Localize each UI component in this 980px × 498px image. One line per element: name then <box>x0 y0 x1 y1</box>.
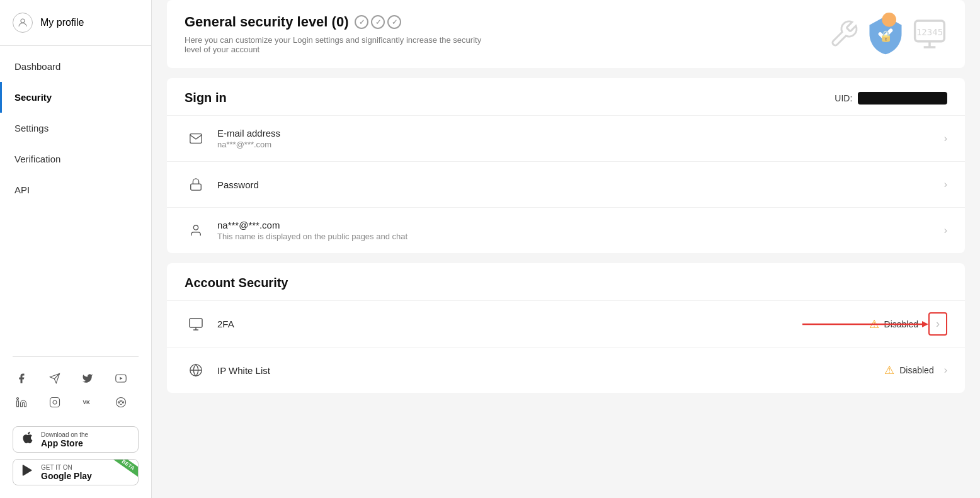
instagram-icon[interactable] <box>46 393 64 411</box>
youtube-icon[interactable] <box>112 370 130 387</box>
main-content: General security level (0) ✓ ✓ ✓ Here yo… <box>152 0 980 498</box>
account-security-title: Account Security <box>167 263 965 301</box>
sidebar-social: VK <box>0 362 151 419</box>
profile-icon <box>13 13 33 33</box>
header-illustration: 🔒 12345 <box>829 13 947 55</box>
sidebar: My profile Dashboard Security Settings V… <box>0 0 152 498</box>
profile-label: My profile <box>40 17 84 28</box>
password-row[interactable]: Password › <box>167 162 965 208</box>
svg-point-5 <box>17 398 19 400</box>
uid-value <box>858 92 947 105</box>
vk-icon[interactable]: VK <box>79 393 96 411</box>
ip-whitelist-title: IP White List <box>217 365 884 376</box>
username-title: na***@***.com <box>217 220 944 230</box>
uid-label: UID: <box>835 93 852 103</box>
email-icon <box>185 127 207 150</box>
check-icon-1: ✓ <box>355 15 368 29</box>
email-chevron: › <box>944 133 947 144</box>
sidebar-item-dashboard[interactable]: Dashboard <box>0 51 151 82</box>
sidebar-profile[interactable]: My profile <box>0 0 151 46</box>
apple-icon <box>21 431 35 448</box>
password-chevron: › <box>944 179 947 190</box>
facebook-icon[interactable] <box>13 370 30 387</box>
uid-container: UID: <box>835 92 947 105</box>
email-row[interactable]: E-mail address na***@***.com › <box>167 116 965 162</box>
sign-in-header: Sign in UID: <box>167 78 965 116</box>
ip-whitelist-content: IP White List <box>217 365 884 376</box>
sign-in-card: Sign in UID: E-mail address na***@***.co… <box>167 78 965 253</box>
linkedin-icon[interactable] <box>13 393 30 411</box>
ip-whitelist-row[interactable]: IP White List ⚠ Disabled › <box>167 348 965 393</box>
check-icon-2: ✓ <box>371 15 385 29</box>
reddit-icon[interactable] <box>112 393 130 411</box>
email-content: E-mail address na***@***.com <box>217 128 944 149</box>
password-content: Password <box>217 179 944 190</box>
username-content: na***@***.com This name is displayed on … <box>217 220 944 241</box>
username-icon <box>185 219 207 242</box>
2fa-row[interactable]: 2FA ⚠ Disabled › <box>167 301 965 348</box>
ip-whitelist-status: Disabled <box>899 365 933 375</box>
password-title: Password <box>217 179 944 190</box>
svg-point-17 <box>193 225 198 230</box>
check-icons: ✓ ✓ ✓ <box>355 15 401 29</box>
svg-point-0 <box>21 19 25 23</box>
svg-point-10 <box>882 13 896 27</box>
username-chevron: › <box>944 225 947 236</box>
2fa-status-container: ⚠ Disabled <box>869 317 918 331</box>
username-row[interactable]: na***@***.com This name is displayed on … <box>167 208 965 253</box>
sidebar-item-security[interactable]: Security <box>0 82 151 113</box>
svg-rect-6 <box>50 398 59 407</box>
svg-text:VK: VK <box>83 400 91 405</box>
header-description: Here you can customize your Login settin… <box>185 35 499 54</box>
telegram-icon[interactable] <box>46 370 64 387</box>
sidebar-item-settings[interactable]: Settings <box>0 113 151 144</box>
ip-whitelist-status-container: ⚠ Disabled <box>884 363 933 377</box>
page-title: General security level (0) ✓ ✓ ✓ <box>185 14 499 30</box>
2fa-title: 2FA <box>217 319 869 329</box>
google-play-badge[interactable]: GET IT ON Google Play BETA <box>13 459 139 485</box>
ip-whitelist-warning-icon: ⚠ <box>884 363 894 377</box>
svg-text:🔒: 🔒 <box>879 30 893 43</box>
sign-in-title: Sign in <box>185 91 227 105</box>
header-left: General security level (0) ✓ ✓ ✓ Here yo… <box>185 14 499 54</box>
username-subtitle: This name is displayed on the public pag… <box>217 232 944 241</box>
2fa-chevron: › <box>936 317 940 331</box>
twitter-icon[interactable] <box>79 370 96 387</box>
ip-whitelist-icon <box>185 359 207 382</box>
svg-point-9 <box>116 398 125 407</box>
app-store-text: Download on the App Store <box>41 431 88 448</box>
2fa-arrow-box[interactable]: › <box>928 312 947 336</box>
2fa-status: Disabled <box>884 319 918 329</box>
account-security-card: Account Security 2FA ⚠ Disabled <box>167 263 965 393</box>
beta-ribbon: BETA <box>110 459 139 479</box>
email-title: E-mail address <box>217 128 944 139</box>
security-header-card: General security level (0) ✓ ✓ ✓ Here yo… <box>167 0 965 68</box>
2fa-content: 2FA <box>217 319 869 329</box>
svg-rect-16 <box>191 184 202 190</box>
sidebar-item-verification[interactable]: Verification <box>0 144 151 174</box>
sidebar-divider <box>13 356 139 357</box>
svg-marker-22 <box>922 321 928 327</box>
svg-rect-18 <box>190 319 202 327</box>
google-play-icon <box>21 463 35 481</box>
app-badges: Download on the App Store GET IT ON Goog… <box>0 419 151 498</box>
sidebar-item-api[interactable]: API <box>0 174 151 205</box>
2fa-warning-icon: ⚠ <box>869 317 879 331</box>
google-play-text: GET IT ON Google Play <box>41 464 92 481</box>
check-icon-3: ✓ <box>387 15 401 29</box>
app-store-badge[interactable]: Download on the App Store <box>13 426 139 453</box>
password-icon <box>185 173 207 196</box>
svg-rect-4 <box>17 401 19 407</box>
email-subtitle: na***@***.com <box>217 140 944 149</box>
svg-marker-3 <box>120 377 122 380</box>
2fa-icon <box>185 313 207 336</box>
ip-whitelist-chevron: › <box>944 365 947 376</box>
svg-text:12345: 12345 <box>916 27 943 37</box>
sidebar-nav: Dashboard Security Settings Verification… <box>0 46 151 351</box>
